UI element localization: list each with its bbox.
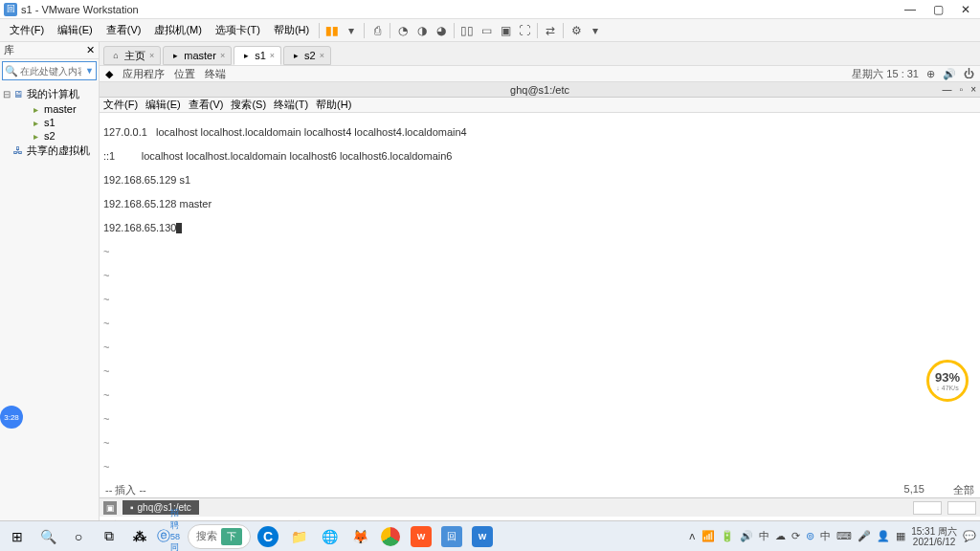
sidebar-search[interactable]: 🔍 ▼: [2, 61, 97, 80]
app-wps2[interactable]: W: [469, 523, 496, 550]
tab-close-icon[interactable]: ×: [320, 51, 324, 60]
menu-vm[interactable]: 虚拟机(M): [148, 21, 208, 39]
tab-s2[interactable]: ▸s2×: [283, 46, 331, 65]
workspace-switcher[interactable]: [913, 501, 942, 515]
tray-user-icon[interactable]: 👤: [877, 530, 890, 542]
sidebar-title: 库: [4, 43, 14, 57]
tree-node-master[interactable]: ▸master: [2, 102, 97, 116]
menu-help[interactable]: 帮助(H): [268, 21, 315, 39]
sogou-search[interactable]: 搜索 下: [188, 524, 251, 549]
gnome-clock[interactable]: 星期六 15 : 31: [852, 67, 919, 81]
cortana-button[interactable]: ○: [65, 523, 92, 550]
tray-expand-icon[interactable]: ʌ: [689, 530, 696, 542]
app-360[interactable]: ⁂: [126, 523, 153, 550]
stretch-button[interactable]: ▣: [497, 22, 514, 39]
pause-button[interactable]: ▮▮: [323, 22, 341, 39]
app-browser-360[interactable]: 🌐: [316, 523, 343, 550]
console-button[interactable]: ▭: [478, 22, 495, 39]
gnome-applications[interactable]: 应用程序: [122, 67, 165, 81]
tray-cloud-icon[interactable]: ☁: [775, 530, 786, 542]
menu-file[interactable]: 文件(F): [4, 21, 50, 39]
notifications-button[interactable]: 💬: [963, 530, 976, 542]
tray-battery-icon[interactable]: 🔋: [721, 530, 734, 542]
tray-ime2-icon[interactable]: 中: [820, 529, 831, 543]
revert-button[interactable]: ◑: [413, 22, 431, 39]
home-icon: ⌂: [110, 50, 122, 61]
fullscreen-button[interactable]: ⛶: [516, 22, 533, 39]
gnome-terminal[interactable]: 终端: [205, 67, 226, 81]
term-menu-help[interactable]: 帮助(H): [316, 98, 351, 112]
tree-node-shared[interactable]: 🖧共享的虚拟机: [2, 143, 97, 159]
snapshot-button[interactable]: ◔: [394, 22, 412, 39]
term-tilde: ~: [103, 294, 976, 306]
start-button[interactable]: ⊞: [4, 523, 31, 550]
term-menu-terminal[interactable]: 终端(T): [274, 98, 308, 112]
tray-ime-icon[interactable]: 中: [759, 529, 769, 543]
send-ctrl-alt-del-button[interactable]: ⎙: [368, 22, 386, 39]
taskbar-clock[interactable]: 15:31 周六 2021/6/12: [911, 526, 957, 547]
search-input[interactable]: [20, 66, 81, 77]
gnome-places[interactable]: 位置: [174, 67, 195, 81]
dropdown-icon[interactable]: ▾: [587, 22, 604, 39]
search-button[interactable]: 🔍: [34, 523, 61, 550]
sidebar-close-button[interactable]: ✕: [86, 44, 95, 56]
workspace-switcher[interactable]: [947, 501, 976, 515]
tray-keyboard-icon[interactable]: ⌨: [836, 530, 852, 542]
term-maximize-button[interactable]: ▫: [960, 84, 964, 95]
maximize-button[interactable]: ▢: [933, 3, 944, 16]
tab-home[interactable]: ⌂主页×: [103, 46, 161, 65]
term-menu-edit[interactable]: 编辑(E): [145, 98, 181, 112]
tray-volume-icon[interactable]: 🔊: [740, 530, 753, 542]
tree-node-s1[interactable]: ▸s1: [2, 116, 97, 129]
tab-close-icon[interactable]: ×: [220, 51, 225, 60]
tray-apps-icon[interactable]: ▦: [896, 530, 905, 542]
cycle-button[interactable]: ⇄: [542, 22, 559, 39]
vm-icon: ▸: [169, 50, 181, 61]
tree-node-mycomputer[interactable]: ⊟🖥我的计算机: [2, 86, 97, 102]
term-menu-view[interactable]: 查看(V): [189, 98, 224, 112]
app-ie[interactable]: ⓔ 招聘58同城: [157, 523, 184, 550]
tray-shield-icon[interactable]: ⊚: [806, 530, 814, 542]
tab-master[interactable]: ▸master×: [163, 46, 232, 65]
time-badge[interactable]: 3:28: [0, 406, 23, 429]
network-icon[interactable]: ⊕: [926, 68, 935, 80]
unity-button[interactable]: ▯▯: [458, 22, 476, 39]
volume-icon[interactable]: 🔊: [943, 68, 956, 80]
dropdown-icon[interactable]: ▾: [343, 22, 360, 39]
term-close-button[interactable]: ×: [970, 84, 976, 95]
tray-sync-icon[interactable]: ⟳: [791, 530, 800, 542]
gnome-apps-icon[interactable]: ◆: [105, 68, 113, 80]
tab-close-icon[interactable]: ×: [270, 51, 275, 60]
term-tilde: ~: [103, 342, 976, 354]
settings-button[interactable]: ⚙: [568, 22, 585, 39]
menu-edit[interactable]: 编辑(E): [52, 21, 99, 39]
chevron-down-icon[interactable]: ▼: [85, 66, 94, 76]
term-menu-file[interactable]: 文件(F): [103, 98, 138, 112]
taskview-button[interactable]: ⧉: [96, 523, 122, 550]
app-firefox[interactable]: 🦊: [346, 523, 373, 550]
tab-s1[interactable]: ▸s1×: [234, 46, 281, 65]
minimize-button[interactable]: —: [904, 3, 916, 16]
menu-view[interactable]: 查看(V): [100, 21, 147, 39]
terminal-launcher-icon[interactable]: ▣: [103, 501, 117, 515]
close-button[interactable]: ✕: [961, 3, 970, 16]
tree-node-s2[interactable]: ▸s2: [2, 129, 97, 143]
app-vmware[interactable]: 回: [438, 523, 465, 550]
app-explorer[interactable]: 📁: [285, 523, 312, 550]
term-tilde: ~: [103, 437, 976, 450]
term-menu-search[interactable]: 搜索(S): [231, 98, 266, 112]
power-icon[interactable]: ⏻: [964, 68, 974, 79]
terminal-body[interactable]: 127.0.0.1 localhost localhost.localdomai…: [100, 113, 980, 482]
search-go-button[interactable]: 下: [221, 528, 242, 545]
gnome-task-terminal[interactable]: ▪ ghq@s1:/etc: [122, 500, 199, 515]
menu-tabs[interactable]: 选项卡(T): [210, 21, 266, 39]
tray-wifi-icon[interactable]: 📶: [702, 530, 715, 542]
manage-snapshot-button[interactable]: ◕: [433, 22, 450, 39]
accelerator-widget[interactable]: 93% ↓ 47K/s: [926, 360, 969, 402]
app-chrome[interactable]: [377, 523, 404, 550]
tray-mic-icon[interactable]: 🎤: [858, 530, 871, 542]
term-minimize-button[interactable]: —: [943, 84, 952, 95]
tab-close-icon[interactable]: ×: [149, 51, 154, 60]
app-wps[interactable]: W: [408, 523, 434, 550]
app-edge[interactable]: C: [255, 523, 281, 550]
